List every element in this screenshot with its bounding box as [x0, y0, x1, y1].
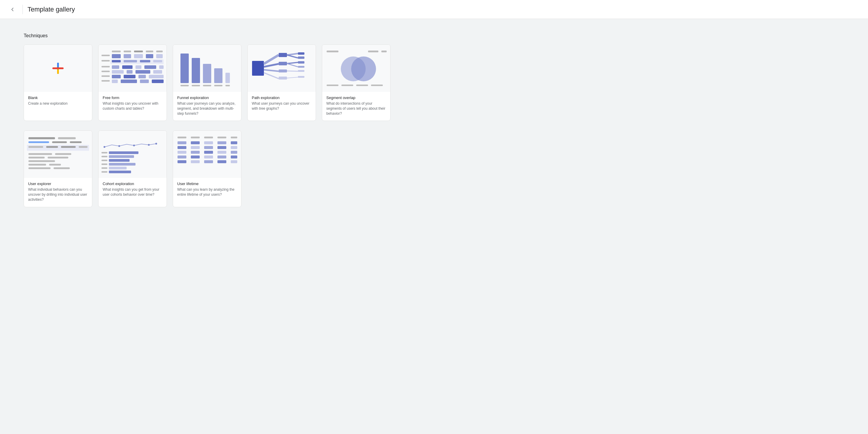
svg-rect-88	[28, 146, 43, 148]
back-button[interactable]	[7, 4, 18, 15]
svg-rect-107	[109, 155, 134, 158]
main-content: Techniques Blank Create a new exploratio…	[0, 19, 414, 222]
svg-rect-135	[204, 151, 213, 154]
svg-line-61	[287, 54, 298, 55]
svg-rect-142	[231, 156, 237, 159]
svg-rect-48	[192, 85, 200, 86]
template-grid-row2: User explorer What individual behaviors …	[24, 130, 391, 207]
cohort-info: Cohort exploration What insights can you…	[98, 178, 166, 202]
path-name: Path exploration	[252, 96, 312, 100]
path-info: Path exploration What user journeys can …	[248, 92, 316, 116]
svg-rect-4	[112, 51, 121, 52]
svg-rect-115	[101, 164, 107, 165]
svg-rect-145	[204, 160, 213, 163]
svg-rect-109	[109, 163, 135, 166]
svg-rect-131	[217, 146, 226, 149]
svg-rect-11	[124, 54, 131, 58]
svg-rect-50	[214, 85, 222, 86]
svg-line-56	[264, 73, 279, 79]
segment-name: Segment overlap	[326, 96, 386, 100]
user-explorer-name: User explorer	[28, 181, 88, 186]
svg-rect-70	[298, 66, 304, 68]
svg-rect-100	[54, 167, 70, 169]
svg-rect-42	[181, 54, 189, 83]
svg-point-103	[133, 144, 135, 146]
svg-rect-86	[70, 141, 82, 143]
svg-rect-33	[112, 75, 121, 78]
user-explorer-info: User explorer What individual behaviors …	[24, 178, 92, 207]
svg-rect-85	[52, 141, 67, 143]
svg-rect-37	[101, 80, 110, 81]
svg-rect-80	[356, 85, 368, 86]
svg-rect-134	[191, 151, 200, 154]
svg-rect-147	[231, 160, 237, 163]
svg-rect-38	[112, 79, 118, 83]
svg-rect-130	[204, 146, 213, 149]
template-card-blank[interactable]: Blank Create a new exploration	[24, 44, 92, 121]
svg-rect-22	[112, 65, 119, 69]
svg-rect-110	[109, 167, 127, 169]
svg-rect-98	[49, 164, 61, 166]
template-card-cohort[interactable]: Cohort exploration What insights can you…	[98, 130, 167, 207]
svg-rect-41	[152, 79, 164, 83]
svg-rect-139	[191, 156, 200, 159]
svg-rect-143	[178, 160, 186, 163]
svg-rect-34	[124, 75, 135, 78]
svg-rect-140	[204, 156, 213, 159]
svg-rect-108	[109, 159, 130, 162]
svg-rect-83	[58, 137, 76, 139]
segment-preview	[322, 45, 390, 92]
svg-rect-144	[191, 160, 200, 163]
svg-rect-47	[181, 85, 189, 86]
svg-rect-137	[231, 151, 237, 154]
svg-rect-23	[122, 65, 132, 69]
svg-rect-119	[191, 137, 200, 138]
svg-rect-138	[178, 156, 186, 159]
svg-rect-25	[144, 65, 156, 69]
svg-rect-125	[204, 141, 213, 144]
svg-rect-127	[231, 141, 237, 144]
svg-rect-57	[279, 53, 287, 57]
svg-rect-95	[48, 157, 68, 159]
svg-rect-51	[225, 85, 230, 86]
svg-rect-18	[124, 60, 137, 62]
svg-rect-12	[134, 54, 143, 58]
svg-rect-43	[192, 58, 200, 83]
template-card-funnel[interactable]: Funnel exploration What user journeys ca…	[173, 44, 241, 121]
svg-rect-93	[55, 153, 71, 155]
section-title: Techniques	[24, 33, 391, 38]
svg-rect-114	[101, 160, 107, 161]
svg-rect-141	[217, 156, 226, 159]
segment-desc: What do intersections of your segments o…	[326, 101, 386, 116]
svg-rect-116	[101, 167, 107, 169]
template-card-path[interactable]: Path exploration What user journeys can …	[247, 44, 316, 121]
user-explorer-preview	[24, 131, 92, 178]
svg-rect-99	[28, 167, 51, 169]
svg-rect-26	[159, 65, 164, 69]
template-card-free-form[interactable]: Free form What insights can you uncover …	[98, 44, 167, 121]
svg-rect-44	[203, 64, 211, 83]
svg-rect-113	[101, 156, 107, 157]
svg-point-104	[148, 144, 150, 146]
svg-rect-78	[327, 85, 338, 86]
template-card-user-explorer[interactable]: User explorer What individual behaviors …	[24, 130, 92, 207]
svg-rect-36	[149, 75, 164, 78]
user-lifetime-desc: What can you learn by analyzing the enti…	[177, 187, 237, 197]
svg-rect-60	[279, 76, 287, 79]
template-card-user-lifetime[interactable]: User lifetime What can you learn by anal…	[173, 130, 241, 207]
svg-line-64	[287, 64, 298, 67]
free-form-preview	[98, 45, 166, 92]
svg-rect-31	[153, 70, 162, 74]
blank-preview	[24, 45, 92, 92]
svg-rect-79	[341, 85, 353, 86]
segment-info: Segment overlap What do intersections of…	[322, 92, 390, 121]
svg-rect-129	[191, 146, 200, 149]
svg-rect-73	[327, 51, 338, 52]
svg-rect-146	[217, 160, 226, 163]
user-explorer-desc: What individual behaviors can you uncove…	[28, 187, 88, 202]
svg-rect-106	[109, 152, 138, 154]
svg-line-55	[264, 70, 279, 71]
template-card-segment[interactable]: Segment overlap What do intersections of…	[322, 44, 391, 121]
svg-rect-8	[156, 51, 163, 52]
svg-rect-59	[279, 69, 287, 72]
